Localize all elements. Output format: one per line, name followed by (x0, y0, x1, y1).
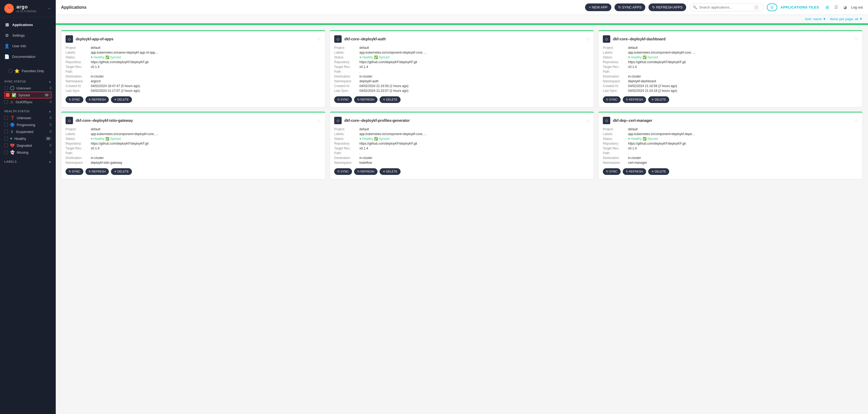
labels-title[interactable]: LABELS ▲ (4, 160, 52, 163)
card-target-rev: Target Rev.: v0.1.4 (334, 147, 590, 150)
card-title: deploykf-app-of-apps (76, 37, 315, 41)
card-favorite-star[interactable]: ☆ (317, 37, 321, 42)
card-sync-button[interactable]: ↻ SYNC (334, 96, 352, 103)
card-sync-button[interactable]: ↻ SYNC (334, 168, 352, 175)
card-delete-button[interactable]: ✕ DELETE (111, 96, 132, 103)
sidebar-nav: ⊞ Applications ⚙ Settings 👤 User Info 📄 … (0, 17, 56, 64)
sidebar-item-documentation[interactable]: 📄 Documentation (0, 51, 56, 62)
card-favorite-star[interactable]: ☆ (586, 37, 590, 42)
card-icon: ◇ (334, 35, 342, 43)
sync-apps-button[interactable]: ↻ SYNC APPS (615, 3, 645, 11)
sync-unknown-icon (10, 86, 14, 90)
health-unknown-checkbox[interactable] (4, 116, 8, 120)
filter-health-missing[interactable]: 👻 Missing 0 (4, 149, 52, 156)
star-icon: ⭐ (14, 68, 20, 73)
health-status-title[interactable]: HEALTH STATUS ▲ (4, 109, 52, 113)
sync-unknown-count: 0 (50, 86, 52, 90)
items-per-page-label[interactable]: Items per page: all ▼ (830, 17, 863, 21)
card-actions: ↻ SYNC ↻ REFRESH ✕ DELETE (66, 96, 321, 103)
health-suspended-checkbox[interactable] (4, 130, 8, 133)
sync-unknown-checkbox[interactable] (4, 86, 8, 90)
sync-synced-label: Synced (18, 93, 30, 97)
favorites-only-toggle[interactable]: ⭐ Favorites Only (4, 66, 52, 76)
card-actions: ↻ SYNC ↻ REFRESH ✕ DELETE (603, 96, 858, 103)
settings-icon: ⚙ (4, 33, 9, 38)
new-app-button[interactable]: + NEW APP (585, 3, 611, 11)
card-refresh-button[interactable]: ↻ REFRESH (354, 168, 378, 175)
card-sync-button[interactable]: ↻ SYNC (603, 168, 621, 175)
card-sync-button[interactable]: ↻ SYNC (603, 96, 621, 103)
health-healthy-label: Healthy (14, 137, 26, 141)
card-status: Status: ♥ Healthy ✅ Synced (66, 56, 321, 59)
card-delete-button[interactable]: ✕ DELETE (380, 168, 401, 175)
card-namespace: Namespace: cert-manager (603, 161, 858, 164)
card-favorite-star[interactable]: ☆ (317, 118, 321, 123)
card-favorite-star[interactable]: ☆ (855, 37, 858, 42)
card-delete-button[interactable]: ✕ DELETE (111, 168, 132, 175)
card-target-rev: Target Rev.: v0.1.4 (603, 65, 858, 69)
sidebar-item-settings[interactable]: ⚙ Settings (0, 30, 56, 41)
health-status-collapse-icon: ▲ (49, 109, 52, 113)
app-tiles-label: APPLICATIONS TILES (780, 5, 819, 9)
card-delete-button[interactable]: ✕ DELETE (380, 96, 401, 103)
card-refresh-button[interactable]: ↻ REFRESH (86, 96, 109, 103)
topbar: Applications + NEW APP ↻ SYNC APPS ↻ REF… (56, 0, 868, 15)
health-missing-checkbox[interactable] (4, 151, 8, 154)
sync-synced-checkbox[interactable] (6, 93, 9, 97)
health-healthy-checkbox[interactable] (4, 137, 8, 140)
chart-view-button[interactable]: ◕ (841, 3, 849, 11)
card-path: Path: . (66, 151, 321, 155)
list-view-button[interactable]: ☰ (832, 3, 840, 11)
back-button[interactable]: ← (47, 6, 52, 11)
card-sync-button[interactable]: ↻ SYNC (66, 96, 83, 103)
card-favorite-star[interactable]: ☆ (855, 118, 858, 123)
card-repository: Repository: https://github.com/deployKF/… (66, 142, 321, 146)
filter-button[interactable]: ⊟ (767, 3, 777, 11)
favorites-checkbox[interactable] (8, 69, 12, 73)
card-created-at: Created At:04/02/2024 18:47:47 (5 hours … (66, 84, 321, 88)
logo-text: argo v2.10.4+f5d63a5 (17, 4, 36, 13)
sync-status-title[interactable]: SYNC STATUS ▲ (4, 80, 52, 83)
sidebar-item-userinfo[interactable]: 👤 User Info (0, 41, 56, 51)
filter-health-unknown[interactable]: ❓ Unknown 0 (4, 115, 52, 121)
card-favorite-star[interactable]: ☆ (586, 118, 590, 123)
card-refresh-button[interactable]: ↻ REFRESH (86, 168, 109, 175)
card-target-rev: Target Rev.: v0.1.4 (66, 147, 321, 150)
logout-button[interactable]: Log out (851, 5, 863, 9)
filter-sync-synced[interactable]: ✅ Synced 20 (4, 92, 52, 98)
card-destination: Destination: in-cluster (66, 74, 321, 78)
card-refresh-button[interactable]: ↻ REFRESH (354, 96, 378, 103)
filter-health-progressing[interactable]: 🔵 Progressing 0 (4, 121, 52, 128)
sidebar-item-applications[interactable]: ⊞ Applications (0, 20, 56, 30)
card-sync-button[interactable]: ↻ SYNC (66, 168, 83, 175)
card-status: Status: ♥ Healthy ✅ Synced (603, 137, 858, 141)
health-degraded-checkbox[interactable] (4, 144, 8, 147)
card-delete-button[interactable]: ✕ DELETE (648, 96, 669, 103)
card-header: ◇ dkf-core--deploykf-istio-gateway ☆ (66, 117, 321, 124)
favorites-label: Favorites Only (22, 69, 44, 73)
labels-section: LABELS ▲ (0, 158, 56, 167)
refresh-apps-button[interactable]: ↻ REFRESH APPS (649, 3, 686, 11)
card-status: Status: ♥ Healthy ✅ Synced (334, 56, 590, 59)
card-actions: ↻ SYNC ↻ REFRESH ✕ DELETE (66, 168, 321, 175)
card-icon: ◇ (603, 35, 610, 43)
card-target-rev: Target Rev.: v0.1.4 (66, 65, 321, 69)
health-progressing-checkbox[interactable] (4, 123, 8, 127)
filter-sync-unknown[interactable]: Unknown 0 (4, 85, 52, 92)
filter-sync-outofsync[interactable]: ⚠ OutOfSync 0 (4, 98, 52, 105)
sort-label[interactable]: Sort: name ▼ (805, 17, 826, 21)
card-refresh-button[interactable]: ↻ REFRESH (623, 168, 646, 175)
filter-health-healthy[interactable]: ♥ Healthy 20 (4, 135, 52, 142)
logo-emoji: 🐙 (6, 6, 12, 11)
sync-outofsync-checkbox[interactable] (4, 100, 8, 104)
card-refresh-button[interactable]: ↻ REFRESH (623, 96, 646, 103)
applications-icon: ⊞ (4, 22, 9, 27)
filter-health-suspended[interactable]: ⏸ Suspended 0 (4, 128, 52, 135)
sync-status-section: SYNC STATUS ▲ Unknown 0 ✅ Synced 20 ⚠ Ou… (0, 78, 56, 107)
health-unknown-icon: ❓ (10, 116, 14, 120)
card-delete-button[interactable]: ✕ DELETE (648, 168, 669, 175)
filter-health-degraded[interactable]: 💔 Degraded 0 (4, 142, 52, 149)
grid-view-button[interactable]: ⊞ (824, 3, 831, 11)
health-suspended-count: 0 (50, 130, 52, 133)
search-input[interactable] (699, 5, 752, 9)
